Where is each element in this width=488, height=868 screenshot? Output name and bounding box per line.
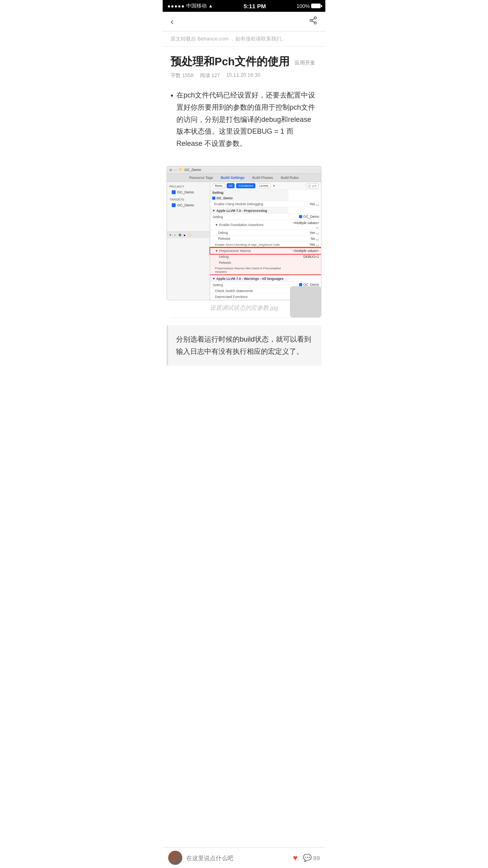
read-count: 阅读 127 [200, 72, 220, 79]
xcode-main: Basic All Combined Levels + Q: pre Setti… [210, 182, 321, 300]
sidebar-item-target[interactable]: OC_Demo [167, 202, 210, 208]
tab-build-phases[interactable]: Build Phases [248, 175, 277, 180]
project-dot-3 [299, 283, 302, 286]
attribution: 原文转载自 Behance.com ，如有侵权请联系我们。 [163, 31, 325, 47]
settings-icon[interactable]: ⚙ [178, 233, 182, 237]
xcode-sidebar-bottom: + − ⚙ ▸ ⬡ [167, 232, 210, 238]
sidebar-item-project[interactable]: OC_Demo [167, 189, 210, 195]
project-name: OC_Demo [177, 190, 194, 194]
image-section: 设置调试状态的宏参数.jpg [167, 300, 321, 318]
article-tag: 应用开发 [295, 59, 315, 66]
filter-basic[interactable]: Basic [213, 183, 225, 188]
table-row: Enable Clang Module Debugging Yes ◡ [210, 201, 321, 207]
add-icon[interactable]: + [169, 233, 171, 237]
xcode-tabs[interactable]: Resource Tags Build Settings Build Phase… [167, 174, 321, 182]
status-time: 5:11 PM [244, 3, 266, 9]
tab-build-rules[interactable]: Build Rules [277, 175, 303, 180]
article-header: 预处理和Pch文件的使用 应用开发 字数 1558 阅读 127 15.11.2… [163, 47, 325, 83]
tab-resource-tags[interactable]: Resource Tags [185, 175, 217, 180]
remove-icon[interactable]: − [174, 233, 176, 237]
table-row: Release No ◡ [210, 236, 321, 242]
article-body: • 在pch文件代码已经设置好，还要去配置中设置好你所要用到的参数的值用于控制p… [163, 83, 325, 162]
project-badge-2: OC_Demo [299, 215, 319, 219]
tab-build-settings[interactable]: Build Settings [217, 175, 249, 180]
xcode-breadcrumb: 📁 OC_Demo [179, 168, 201, 172]
status-bar: ●●●●● 中国移动 ▲ 5:11 PM 100% [163, 0, 325, 12]
publish-date: 15.11.20 16:30 [226, 72, 261, 79]
project-badge: OC_Demo [212, 196, 233, 200]
table-section-header-preprocessing: ▼ Apple LLVM 7.0 - Preprocessing [210, 207, 321, 214]
quote-text: 分别选着运行时候的build状态，就可以看到输入日志中有没有执行相应的宏定义了。 [176, 333, 314, 357]
battery-icon [311, 4, 321, 8]
xcode-nav-icons: ⊞ ‹ › [169, 168, 176, 172]
battery-label: 100% [297, 3, 310, 9]
right-arrow-icon: › [176, 168, 177, 172]
table-row: Debug Yes ◡ [210, 230, 321, 236]
table-section-header: Setting OC_Demo [210, 190, 321, 201]
floating-thumbnail [290, 286, 321, 318]
carrier-label: 中国移动 [186, 2, 207, 9]
signal-dots: ●●●●● [167, 3, 185, 9]
xcode-screenshot: ⊞ ‹ › 📁 OC_Demo Resource Tags Build Sett… [167, 166, 321, 300]
left-arrow-icon: ‹ [173, 168, 174, 172]
swift-icon[interactable]: ⬡ [188, 233, 191, 237]
table-row-highlight-precompiled: Preprocessor Macros Not Used In Precompi… [210, 266, 321, 275]
table-row-highlight-release: Release [210, 260, 321, 266]
targets-section-label: TARGETS [167, 197, 210, 202]
article-bullet: • 在pch文件代码已经设置好，还要去配置中设置好你所要用到的参数的值用于控制p… [171, 89, 317, 149]
wifi-icon: ▲ [208, 3, 213, 9]
table-row-highlight: ▼ Preprocessor Macros <Multiple values> [210, 248, 321, 254]
table-row: Enable Strict Checking of objc_msgSend C… [210, 242, 321, 248]
target-name: OC_Demo [177, 203, 194, 207]
table-section-header-warnings: ▼ Apple LLVM 7.0 - Warnings - All langua… [210, 275, 321, 282]
grid-icon: ⊞ [169, 168, 172, 172]
project-dot [212, 197, 215, 200]
section-setting-label: Setting [212, 191, 224, 195]
table-row: ▼ Enable Foundation Assertions <Multiple… [210, 220, 321, 230]
bullet-icon: • [171, 89, 173, 149]
bullet-text: 在pch文件代码已经设置好，还要去配置中设置好你所要用到的参数的值用于控制pch… [176, 89, 317, 149]
xcode-filter-bar: Basic All Combined Levels + Q: pre [210, 182, 321, 190]
quote-block: 分别选着运行时候的build状态，就可以看到输入日志中有没有执行相应的宏定义了。 [167, 326, 321, 365]
filter-all[interactable]: All [227, 183, 235, 188]
nav-bar: ‹ [163, 12, 325, 31]
status-right: 100% [297, 3, 321, 9]
filter-combined[interactable]: Combined [236, 183, 255, 188]
section-value-header: OC_Demo [210, 195, 288, 201]
filter-levels[interactable]: Levels [257, 183, 271, 188]
xcode-content: PROJECT OC_Demo TARGETS OC_Demo + − ⚙ ▸ … [167, 182, 321, 300]
xcode-search[interactable]: Q: pre [306, 183, 319, 188]
xcode-sidebar: PROJECT OC_Demo TARGETS OC_Demo + − ⚙ ▸ … [167, 182, 210, 300]
xcode-toolbar: ⊞ ‹ › 📁 OC_Demo [167, 166, 321, 174]
table-row-highlight-debug: Debug DEBUG=1 [210, 254, 321, 260]
status-left: ●●●●● 中国移动 ▲ [167, 2, 213, 9]
target-icon [172, 203, 176, 207]
expand-icon[interactable]: ▸ [184, 233, 186, 237]
project-section-label: PROJECT [167, 184, 210, 189]
project-icon [172, 190, 176, 194]
word-count: 字数 1558 [171, 72, 194, 79]
folder-icon: 📁 [179, 168, 183, 172]
article-meta: 字数 1558 阅读 127 15.11.20 16:30 [171, 72, 317, 79]
back-button[interactable]: ‹ [169, 15, 175, 29]
article-title: 预处理和Pch文件的使用 [171, 55, 290, 68]
svg-line-3 [312, 21, 314, 22]
add-filter-icon[interactable]: + [273, 184, 275, 188]
xcode-settings-table: Setting OC_Demo Enable Clang Module Debu… [210, 190, 321, 300]
table-row: Setting OC_Demo [210, 214, 321, 220]
svg-line-4 [312, 18, 314, 20]
share-button[interactable] [307, 15, 319, 28]
breadcrumb-text: OC_Demo [184, 168, 201, 172]
project-dot-2 [299, 215, 302, 218]
